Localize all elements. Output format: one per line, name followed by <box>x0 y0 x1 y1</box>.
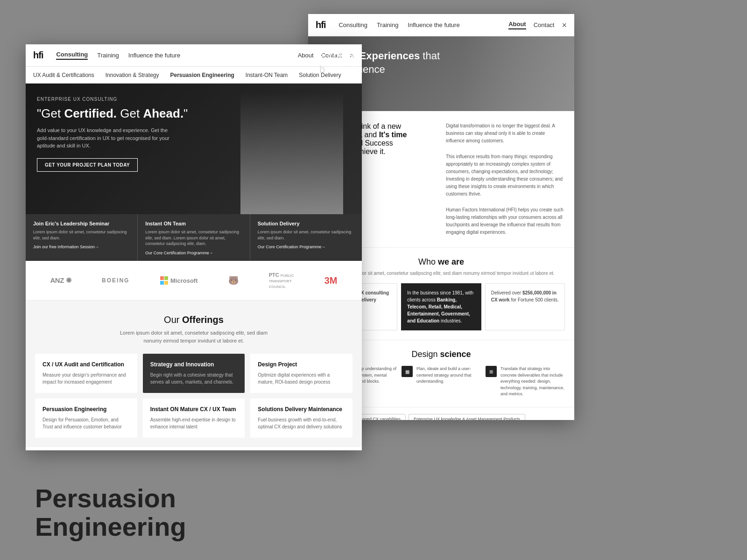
close-btn-w2[interactable]: × <box>562 21 567 29</box>
card-title-3: Solution Delivery <box>258 221 354 226</box>
hero-content: ENTERPRISE UX CONSULTING "Get Certified.… <box>26 84 362 185</box>
offering-card-title-1: CX / UX Audit and Certification <box>42 361 130 368</box>
card-link-1[interactable]: Join our free Information Session→ <box>33 245 130 249</box>
offering-card-4: Persuasion Engineering Design for Persua… <box>35 399 137 438</box>
sub-nav-persuasion[interactable]: Persuasion Engineering <box>170 72 234 78</box>
card-link-2[interactable]: Our Core Certification Programme→ <box>145 251 242 255</box>
design-step-icon-3: ⊞ <box>486 366 497 377</box>
cap-tag-asset-mgmt[interactable]: Enterprise UX knowledge & Asset Manageme… <box>409 414 525 420</box>
nav-link-influence-w1[interactable]: Influence the future <box>128 52 180 59</box>
window1: hfi Consulting Training Influence the fu… <box>26 44 362 450</box>
nav-link-influence-w2[interactable]: Influence the future <box>408 21 459 28</box>
hero2-content: e create Experiences that build influenc… <box>308 36 574 89</box>
card-item-3: Solution Delivery Lorem ipsum dolor sit … <box>250 214 362 261</box>
hero2-title: e create Experiences that build influenc… <box>319 49 563 76</box>
offering-card-text-5: Assemble high-end expertise in design to… <box>150 416 238 430</box>
nav-link-consulting-w2[interactable]: Consulting <box>338 21 367 28</box>
offering-card-text-6: Fuel business growth with end-to-end, op… <box>258 416 345 430</box>
offerings-title: Our Offerings <box>35 315 352 325</box>
card-text-3: Lorem ipsum dolor sit amet, consetetur s… <box>258 229 354 241</box>
hero-cta-btn[interactable]: GET YOUR PROJECT PLAN TODAY <box>37 158 138 172</box>
card-item-2: Instant ON Team Lorem ipsum dolor sit am… <box>138 214 250 261</box>
hero-tag: ENTERPRISE UX CONSULTING <box>37 97 351 102</box>
design-step-2: ▦ Plan, ideate and build a user-centered… <box>402 366 481 398</box>
offering-card-1: CX / UX Audit and Certification Measure … <box>35 354 137 393</box>
offering-card-5: Instant ON Mature CX / UX Team Assemble … <box>143 399 245 438</box>
offerings-grid: CX / UX Audit and Certification Measure … <box>35 354 352 438</box>
ms-sq-blue <box>160 281 164 285</box>
offering-card-3: Design Project Optimize digital experien… <box>250 354 352 393</box>
nav-logo-w2: hfi <box>316 20 325 30</box>
persuasion-big-text: PersuasionEngineering <box>35 484 186 541</box>
logo-microsoft: Microsoft <box>160 276 198 285</box>
logo-ptc: PTC PUBLICTRANSPORTCOUNCIL <box>269 272 294 289</box>
logo-3m: 3M <box>324 275 338 286</box>
offering-card-title-2: Strategy and Innovation <box>150 361 238 368</box>
offering-card-title-5: Instant ON Mature CX / UX Team <box>150 406 238 413</box>
logo-boeing: BOEING <box>102 277 129 284</box>
about-para-1: Digital transformation is no longer the … <box>446 122 565 145</box>
design-step-text-2: Plan, ideate and build a user-centered s… <box>416 366 481 398</box>
offerings-section: Our Offerings Lorem ipsum dolor sit amet… <box>26 301 362 447</box>
sub-nav-instant-on[interactable]: Instant-ON Team <box>246 72 288 78</box>
offerings-subtitle: Lorem ipsum dolor sit amet, consetetur s… <box>35 329 352 344</box>
ms-label: Microsoft <box>170 277 198 284</box>
hero-title: "Get Certified. Get Ahead." <box>37 106 351 121</box>
offering-card-title-4: Persuasion Engineering <box>42 406 130 413</box>
sub-nav-ux-audit[interactable]: UX Audit & Certifications <box>33 72 94 78</box>
offering-card-6: Solutions Delivery Maintenance Fuel busi… <box>250 399 352 438</box>
who-card-3: Delivered over $256,000,000 in CX work f… <box>485 283 565 330</box>
ms-grid-icon <box>160 276 169 285</box>
logo-anz: ANZ ❋ <box>50 276 72 285</box>
card-title-1: Join Eric's Leadership Seminar <box>33 221 130 226</box>
ms-sq-green <box>164 276 168 280</box>
nav-bar-window2: hfi Consulting Training Influence the fu… <box>308 14 574 36</box>
nav-link-consulting-w1[interactable]: Consulting <box>56 51 88 60</box>
who-card-2: In the business since 1981, with clients… <box>401 283 481 330</box>
logo-transport: 🐻 <box>228 275 239 286</box>
hero-w1: ENTERPRISE UX CONSULTING "Get Certified.… <box>26 84 362 214</box>
about-para-3: Human Factors International (HFI) helps … <box>446 206 565 236</box>
offering-card-title-3: Design Project <box>258 361 345 368</box>
offering-card-title-6: Solutions Delivery Maintenance <box>258 406 345 413</box>
design-step-text-3: Translate that strategy into concrete de… <box>500 366 565 398</box>
design-step-icon-2: ▦ <box>402 366 413 377</box>
card-title-2: Instant ON Team <box>145 221 242 226</box>
ms-sq-yellow <box>164 281 168 285</box>
offering-card-text-1: Measure your design's performance and im… <box>42 371 130 385</box>
about-right: Digital transformation is no longer the … <box>446 122 565 236</box>
offering-card-text-2: Begin right with a cohesive strategy tha… <box>150 371 238 385</box>
nav-logo-w1: hfi <box>33 50 43 61</box>
card-link-3[interactable]: Our Core Certification Programme→ <box>258 245 354 249</box>
card-row: Join Eric's Leadership Seminar Lorem ips… <box>26 214 362 261</box>
nav-link-contact-w2[interactable]: Contact <box>534 21 555 28</box>
sub-nav-innovation[interactable]: Innovation & Strategy <box>106 72 159 78</box>
nav-link-training-w2[interactable]: Training <box>377 21 398 28</box>
offering-card-text-3: Optimize digital experiences with a matu… <box>258 371 345 385</box>
card-text-2: Lorem ipsum dolor sit amet, consetetur s… <box>145 229 242 247</box>
offering-card-text-4: Design for Persuasion, Emotion, and Trus… <box>42 416 130 430</box>
logos-section: ANZ ❋ BOEING Microsoft 🐻 PTC PUBLICTRANS… <box>26 261 362 301</box>
card-text-1: Lorem ipsum dolor sit amet, consetetur s… <box>33 229 130 241</box>
about-para-2: This influence results from many things:… <box>446 153 565 198</box>
card-item-1: Join Eric's Leadership Seminar Lorem ips… <box>26 214 138 261</box>
offering-card-2: Strategy and Innovation Begin right with… <box>143 354 245 393</box>
ms-sq-red <box>160 276 164 280</box>
nav-right-w2: About Contact × <box>508 21 567 29</box>
hero-subtitle: Add value to your UX knowledge and exper… <box>37 126 177 150</box>
nav-link-about-w2[interactable]: About <box>508 21 526 29</box>
nav-link-training-w1[interactable]: Training <box>97 52 119 59</box>
design-step-3: ⊞ Translate that strategy into concrete … <box>486 366 565 398</box>
